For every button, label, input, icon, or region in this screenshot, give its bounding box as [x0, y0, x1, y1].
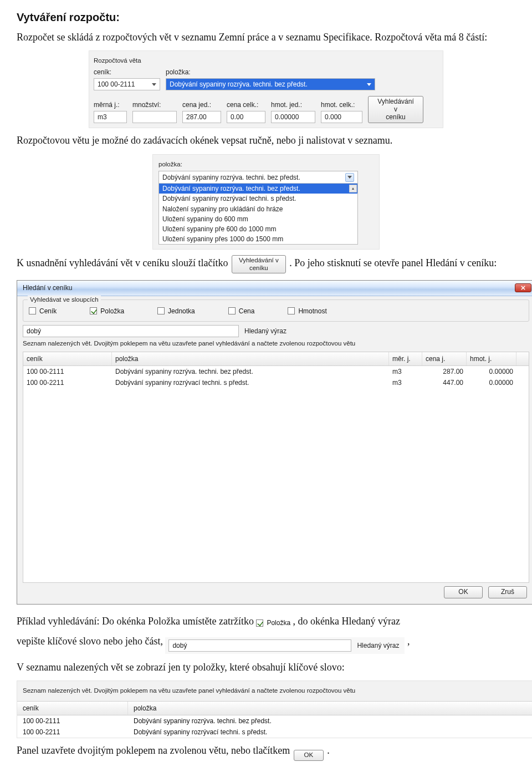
panel-filtered-results: Seznam nalezených vět. Dvojitým poklepem… — [17, 680, 532, 738]
col-polozka[interactable]: položka — [112, 352, 389, 365]
checkbox-icon — [157, 307, 165, 314]
dropdown-polozka-trigger-text: Dobývání sypaniny rozrýva. techni. bez p… — [162, 173, 300, 182]
intro-paragraph-2: Rozpočtovou větu je možné do zadávacích … — [17, 134, 515, 147]
checkbox-icon — [29, 307, 36, 314]
search-pricelist-button[interactable]: Vyhledávání v ceníku — [368, 96, 423, 123]
ok-button[interactable]: OK — [444, 586, 483, 598]
label-cenacelk: cena celk.: — [227, 100, 265, 109]
inline-chip-polozka: Položka — [256, 618, 290, 627]
ok-button-inline[interactable]: OK — [294, 750, 324, 760]
dropdown-option[interactable]: Uložení sypaniny do 600 mm — [159, 214, 357, 224]
dialog-search-pricelist: Hledání v ceníku Vyhledávat ve sloupcích… — [17, 280, 532, 605]
inline-search-label: Hledaný výraz — [357, 641, 399, 650]
panel-dropdown-polozka: položka: Dobývání sypaniny rozrýva. tech… — [152, 154, 380, 250]
col-merj[interactable]: měr. j. — [389, 352, 422, 365]
sentence-results: V seznamu nalezených vět se zobrazí jen … — [17, 661, 515, 674]
input-hmotjed[interactable]: 0.00000 — [271, 111, 315, 123]
results-table: ceník položka měr. j. cena j. hmot. j. 1… — [23, 352, 529, 583]
input-cenajed[interactable]: 287.00 — [182, 111, 221, 123]
col-cenik-2[interactable]: ceník — [17, 702, 128, 715]
table-row[interactable]: 100 00-2111Dobývání sypaniny rozrýva. te… — [17, 715, 532, 727]
checkbox-hmotnost[interactable]: Hmotnost — [288, 307, 326, 316]
col-polozka-2[interactable]: položka — [128, 702, 532, 715]
col-hmotj[interactable]: hmot. j. — [467, 352, 516, 365]
cancel-button[interactable]: Zruš — [488, 586, 527, 598]
inline-chip-expression: dobý Hledaný výraz — [165, 637, 405, 654]
label-hmotcelk: hmot. celk.: — [321, 100, 362, 109]
checkbox-label: Položka — [100, 307, 124, 316]
checkbox-icon — [288, 307, 295, 314]
search-input[interactable]: dobý — [23, 325, 239, 337]
close-button[interactable] — [515, 283, 531, 292]
scroll-up-icon: ▴ — [349, 185, 357, 192]
table-row[interactable]: 100 00-2111Dobývání sypaniny rozrýva. te… — [23, 366, 529, 377]
sentence-close: Panel uzavřete dvojitým poklepem na zvol… — [17, 744, 515, 760]
chevron-down-icon — [367, 83, 371, 86]
dropdown-polozka[interactable]: Dobývání sypaniny rozrýva. techni. bez p… — [158, 171, 358, 245]
intro-paragraph-1: Rozpočet se skládá z rozpočtových vět v … — [17, 31, 515, 44]
sentence-example-2: vepište klíčové slovo nebo jeho část, do… — [17, 634, 515, 654]
combo-cenik[interactable]: 100 00-2111 — [94, 78, 160, 90]
label-dropdown-polozka: položka: — [158, 160, 374, 169]
checkbox-ceník[interactable]: Ceník — [29, 307, 57, 316]
page-title: Vytváření rozpočtu: — [17, 10, 515, 25]
label-polozka: položka: — [166, 68, 375, 77]
panel-budget-item-title: Rozpočtová věta — [94, 57, 438, 65]
label-cenik: ceník: — [94, 68, 160, 77]
group-search-columns: Vyhledávat ve sloupcích CeníkPoložkaJedn… — [23, 299, 529, 322]
dropdown-option[interactable]: Dobývání sypaniny rozrývací techni. s př… — [159, 194, 357, 204]
checkbox-položka[interactable]: Položka — [90, 307, 124, 316]
combo-polozka[interactable]: Dobývání sypaniny rozrýva. techni. bez p… — [166, 78, 375, 90]
chevron-down-icon — [345, 173, 354, 182]
checkbox-icon — [228, 307, 236, 314]
label-search-expression: Hledaný výraz — [244, 327, 287, 336]
table-row[interactable]: 100 00-2211Dobývání sypaniny rozrývací t… — [23, 377, 529, 388]
dialog-titlebar[interactable]: Hledání v ceníku — [17, 281, 532, 296]
sentence-example-1: Příklad vyhledávání: Do okénka Položka u… — [17, 615, 515, 628]
label-polozka-inline: Položka — [267, 618, 290, 627]
dropdown-option[interactable]: Naložení sypaniny pro ukládání do hráze — [159, 204, 357, 214]
label-hmotjed: hmot. jed.: — [271, 100, 315, 109]
checkbox-cena[interactable]: Cena — [228, 307, 255, 316]
input-merna[interactable]: m3 — [94, 111, 127, 123]
col-cenik[interactable]: ceník — [23, 352, 112, 365]
input-hmotcelk[interactable]: 0.000 — [321, 111, 362, 123]
dropdown-option[interactable]: Dobývání sypaniny rozrýva. techni. bez p… — [159, 184, 357, 194]
sentence-search-button: K usnadnění vyhledávání vět v ceníku slo… — [17, 255, 515, 273]
label-merna: měrná j.: — [94, 100, 127, 109]
panel-budget-item: Rozpočtová věta ceník: 100 00-2111 polož… — [89, 50, 443, 128]
col-cenaj[interactable]: cena j. — [422, 352, 467, 365]
hint-double-click-2: Seznam nalezených vět. Dvojitým poklepem… — [17, 683, 532, 698]
table-row[interactable]: 100 00-2211Dobývání sypaniny rozrývací t… — [17, 727, 532, 738]
input-cenacelk[interactable]: 0.00 — [227, 111, 265, 123]
combo-cenik-value: 100 00-2111 — [98, 80, 135, 89]
checkbox-polozka-inline[interactable] — [256, 619, 263, 627]
group-search-columns-label: Vyhledávat ve sloupcích — [28, 296, 101, 304]
checkbox-label: Jednotka — [168, 307, 195, 316]
label-mnozstvi: množství: — [132, 100, 177, 109]
label-cenajed: cena jed.: — [182, 100, 221, 109]
checkbox-icon — [90, 307, 97, 314]
dropdown-option[interactable]: Uložení sypaniny pře 600 do 1000 mm — [159, 224, 357, 234]
dialog-title: Hledání v ceníku — [23, 283, 72, 292]
checkbox-jednotka[interactable]: Jednotka — [157, 307, 195, 316]
close-icon — [521, 286, 525, 290]
inline-search-input[interactable]: dobý — [168, 639, 351, 652]
checkbox-label: Ceník — [39, 307, 57, 316]
hint-double-click: Seznam nalezených vět. Dvojitým poklepem… — [23, 339, 529, 348]
chevron-down-icon — [152, 83, 156, 86]
checkbox-label: Cena — [239, 307, 255, 316]
checkbox-label: Hmotnost — [298, 307, 326, 316]
dropdown-option[interactable]: Uložení sypaniny přes 1000 do 1500 mm — [159, 234, 357, 244]
input-mnozstvi[interactable] — [132, 111, 177, 123]
combo-polozka-value: Dobývání sypaniny rozrýva. techni. bez p… — [170, 80, 308, 89]
search-pricelist-button-inline[interactable]: Vyhledávání v ceníku — [232, 255, 286, 273]
